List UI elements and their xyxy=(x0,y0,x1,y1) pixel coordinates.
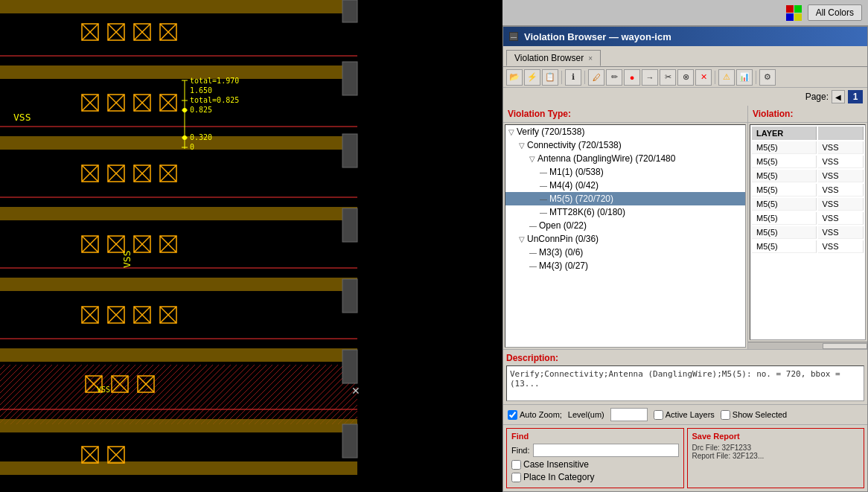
place-in-checkbox[interactable] xyxy=(511,473,521,482)
tree-item-3[interactable]: —M1(1) (0/538) xyxy=(505,165,745,179)
svg-rect-16 xyxy=(0,461,357,475)
svg-rect-9 xyxy=(0,0,357,13)
bottom-controls: Auto Zoom; Level(um) Active Layers Show … xyxy=(503,404,867,424)
show-selected-checkbox[interactable] xyxy=(721,410,730,420)
svg-text:0.825: 0.825 xyxy=(190,106,212,114)
table-row[interactable]: M5(5)VSS xyxy=(752,212,864,225)
table-row[interactable]: M5(5)VSS xyxy=(752,198,864,211)
red-dot-button[interactable]: ● xyxy=(624,69,640,86)
active-layers-checkbox-wrap[interactable]: Active Layers xyxy=(654,410,715,420)
tree-item-6[interactable]: —MTT28K(6) (0/180) xyxy=(505,205,745,219)
cell-val: VSS xyxy=(818,156,864,168)
auto-zoom-checkbox[interactable] xyxy=(508,410,517,420)
cell-layer: M5(5) xyxy=(752,170,817,182)
tree-item-9[interactable]: —M3(3) (0/6) xyxy=(505,246,745,259)
table-row[interactable]: M5(5)VSS xyxy=(752,240,864,253)
tree-item-10[interactable]: —M4(3) (0/27) xyxy=(505,259,745,272)
tree-expand-icon: — xyxy=(540,208,547,217)
svg-rect-13 xyxy=(0,278,357,291)
place-in-wrap[interactable]: Place In Category xyxy=(511,472,594,482)
settings-button[interactable]: ⚙ xyxy=(759,69,776,86)
find-row: Find: xyxy=(511,444,679,457)
tab-bar: Violation Browser × xyxy=(503,46,867,67)
cell-layer: M5(5) xyxy=(752,212,817,225)
table-row[interactable]: M5(5)VSS xyxy=(752,141,864,154)
violation-browser-tab[interactable]: Violation Browser × xyxy=(506,50,601,66)
show-selected-checkbox-wrap[interactable]: Show Selected xyxy=(721,410,787,420)
level-label: Level(um) xyxy=(568,410,604,419)
open-button[interactable]: 📂 xyxy=(506,69,523,86)
level-input[interactable] xyxy=(610,408,648,421)
case-insensitive-checkbox[interactable] xyxy=(511,460,521,470)
active-layers-checkbox[interactable] xyxy=(654,410,663,420)
svg-text:total=1.970: total=1.970 xyxy=(190,77,239,85)
blue-swatch xyxy=(786,13,794,21)
copy-button[interactable]: 📋 xyxy=(542,69,558,86)
svg-rect-22 xyxy=(342,350,357,383)
table-row[interactable]: M5(5)VSS xyxy=(752,170,864,182)
cell-val: VSS xyxy=(818,226,864,239)
arrow-button[interactable]: → xyxy=(642,69,658,86)
page-row: Page: ◀ 1 xyxy=(503,88,867,106)
tab-close-button[interactable]: × xyxy=(588,54,593,63)
info-button[interactable]: ℹ xyxy=(565,69,581,86)
tree-item-8[interactable]: ▽UnConnPin (0/36) xyxy=(505,232,745,246)
auto-zoom-label: Auto Zoom; xyxy=(520,410,562,419)
tree-item-1[interactable]: ▽Connectivity (720/1538) xyxy=(505,138,745,152)
svg-rect-8 xyxy=(0,365,357,424)
prev-page-button[interactable]: ◀ xyxy=(832,90,845,103)
drc-file-value: 32F1233 xyxy=(722,444,751,452)
cell-layer: M5(5) xyxy=(752,240,817,253)
cell-layer: M5(5) xyxy=(752,156,817,168)
cell-val: VSS xyxy=(818,240,864,253)
edit-button[interactable]: ✏ xyxy=(606,69,622,86)
case-insensitive-wrap[interactable]: Case Insensitive xyxy=(511,459,589,470)
delete-button[interactable]: ✕ xyxy=(695,69,712,86)
table-row[interactable]: M5(5)VSS xyxy=(752,156,864,168)
tree-expand-icon: ▽ xyxy=(508,128,514,136)
tree-expand-icon: ▽ xyxy=(519,141,525,150)
cell-val: VSS xyxy=(818,141,864,154)
place-in-row: Place In Category xyxy=(511,472,679,482)
scrollbar-thumb[interactable] xyxy=(823,343,867,349)
highlight-button[interactable]: ⚡ xyxy=(524,69,540,86)
cut-button[interactable]: ✂ xyxy=(660,69,676,86)
auto-zoom-checkbox-wrap[interactable]: Auto Zoom; xyxy=(508,410,562,420)
tree-item-2[interactable]: ▽Antenna (DanglingWire) (720/1480 xyxy=(505,152,745,165)
svg-rect-14 xyxy=(0,348,357,362)
violation-list-panel: Violation: LAYER M5(5)VSSM5(5)VSSM5(5)VS… xyxy=(748,106,867,349)
minimize-button[interactable]: — xyxy=(509,32,518,41)
svg-text:✕: ✕ xyxy=(351,385,360,397)
horizontal-scrollbar[interactable] xyxy=(748,342,867,349)
table-row[interactable]: M5(5)VSS xyxy=(752,226,864,239)
col-layer: LAYER xyxy=(752,127,817,140)
all-colors-button[interactable]: All Colors xyxy=(808,4,862,21)
cell-val: VSS xyxy=(818,170,864,182)
green-swatch xyxy=(794,5,802,13)
toolbar-separator-3 xyxy=(715,71,715,84)
svg-rect-20 xyxy=(342,208,357,242)
description-section: Description: Verify;Connectivity;Antenna… xyxy=(503,349,867,404)
tree-item-7[interactable]: —Open (0/22) xyxy=(505,219,745,232)
svg-rect-10 xyxy=(0,66,357,79)
active-layers-label: Active Layers xyxy=(666,410,715,419)
drc-file-row: Drc File: 32F1233 xyxy=(692,444,860,452)
cancel-button[interactable]: ⊗ xyxy=(677,69,694,86)
tree-item-0[interactable]: ▽Verify (720/1538) xyxy=(505,125,745,138)
find-panel-title: Find xyxy=(511,432,679,441)
window-titlebar: — Violation Browser — wayon-icm xyxy=(503,27,867,46)
chart-button[interactable]: 📊 xyxy=(736,69,753,86)
tree-item-4[interactable]: —M4(4) (0/42) xyxy=(505,179,745,192)
violation-tree[interactable]: ▽Verify (720/1538)▽Connectivity (720/153… xyxy=(505,124,746,348)
tree-expand-icon: ▽ xyxy=(519,235,525,243)
svg-text:0: 0 xyxy=(190,143,194,151)
table-row[interactable]: M5(5)VSS xyxy=(752,184,864,197)
find-input[interactable] xyxy=(533,444,679,457)
violation-table-container[interactable]: LAYER M5(5)VSSM5(5)VSSM5(5)VSSM5(5)VSSM5… xyxy=(750,124,866,340)
tree-item-5[interactable]: —M5(5) (720/720) xyxy=(505,192,745,205)
find-panel: Find Find: Case Insensitive Place In Cat… xyxy=(506,428,684,488)
draw-button[interactable]: 🖊 xyxy=(588,69,604,86)
place-in-label: Place In Category xyxy=(523,472,594,482)
warning-button[interactable]: ⚠ xyxy=(718,69,735,86)
current-page: 1 xyxy=(848,90,863,103)
